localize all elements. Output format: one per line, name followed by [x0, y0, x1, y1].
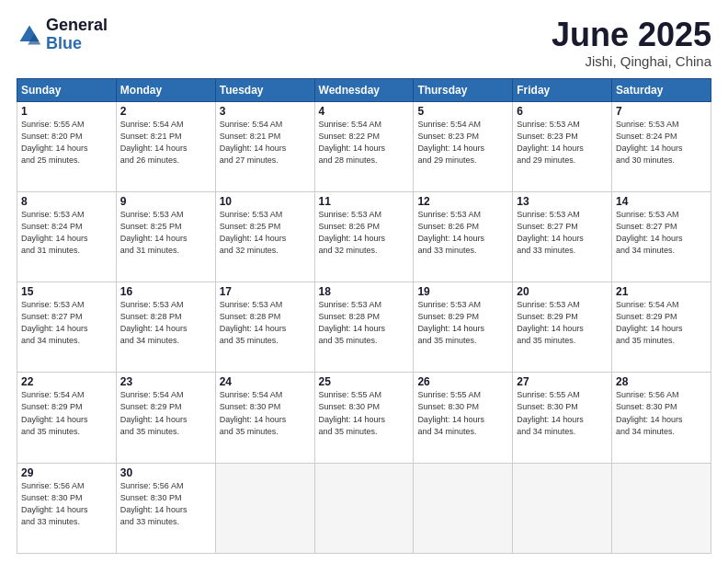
- day-number: 4: [319, 105, 410, 118]
- day-info: Sunrise: 5:53 AM Sunset: 8:25 PM Dayligh…: [120, 209, 211, 257]
- day-number: 15: [21, 285, 112, 298]
- day-number: 18: [319, 285, 410, 298]
- day-info: Sunrise: 5:55 AM Sunset: 8:20 PM Dayligh…: [21, 119, 112, 167]
- table-row: [612, 463, 711, 553]
- table-row: [215, 463, 314, 553]
- day-number: 20: [517, 285, 608, 298]
- day-number: 26: [417, 375, 508, 388]
- day-info: Sunrise: 5:54 AM Sunset: 8:21 PM Dayligh…: [120, 119, 211, 167]
- table-row: 22Sunrise: 5:54 AM Sunset: 8:29 PM Dayli…: [17, 373, 117, 463]
- col-friday: Friday: [513, 78, 612, 101]
- col-saturday: Saturday: [612, 78, 711, 101]
- table-row: 12Sunrise: 5:53 AM Sunset: 8:26 PM Dayli…: [414, 191, 513, 282]
- day-number: 2: [120, 105, 211, 118]
- table-row: [513, 463, 612, 553]
- day-number: 30: [120, 466, 211, 479]
- day-number: 19: [417, 285, 508, 298]
- day-number: 9: [120, 195, 211, 208]
- day-info: Sunrise: 5:54 AM Sunset: 8:29 PM Dayligh…: [21, 389, 112, 437]
- day-info: Sunrise: 5:53 AM Sunset: 8:25 PM Dayligh…: [220, 209, 311, 257]
- col-tuesday: Tuesday: [215, 78, 314, 101]
- day-number: 10: [220, 195, 311, 208]
- day-number: 24: [220, 375, 311, 388]
- day-number: 1: [21, 105, 112, 118]
- table-row: 7Sunrise: 5:53 AM Sunset: 8:24 PM Daylig…: [612, 101, 711, 191]
- day-number: 22: [21, 375, 112, 388]
- day-number: 13: [517, 195, 608, 208]
- day-info: Sunrise: 5:54 AM Sunset: 8:30 PM Dayligh…: [220, 389, 311, 437]
- table-row: 11Sunrise: 5:53 AM Sunset: 8:26 PM Dayli…: [314, 191, 414, 282]
- logo: General Blue: [17, 17, 108, 53]
- logo-text: General Blue: [46, 17, 108, 53]
- day-info: Sunrise: 5:55 AM Sunset: 8:30 PM Dayligh…: [417, 389, 508, 437]
- month-title: June 2025: [552, 17, 711, 53]
- table-row: 19Sunrise: 5:53 AM Sunset: 8:29 PM Dayli…: [414, 282, 513, 373]
- col-thursday: Thursday: [414, 78, 513, 101]
- table-row: [314, 463, 414, 553]
- day-info: Sunrise: 5:53 AM Sunset: 8:27 PM Dayligh…: [616, 209, 707, 257]
- day-info: Sunrise: 5:54 AM Sunset: 8:22 PM Dayligh…: [319, 119, 410, 167]
- day-info: Sunrise: 5:53 AM Sunset: 8:23 PM Dayligh…: [517, 119, 608, 167]
- table-row: 5Sunrise: 5:54 AM Sunset: 8:23 PM Daylig…: [414, 101, 513, 191]
- table-row: 9Sunrise: 5:53 AM Sunset: 8:25 PM Daylig…: [116, 191, 215, 282]
- day-info: Sunrise: 5:54 AM Sunset: 8:29 PM Dayligh…: [616, 299, 707, 347]
- table-row: 21Sunrise: 5:54 AM Sunset: 8:29 PM Dayli…: [612, 282, 711, 373]
- table-row: 8Sunrise: 5:53 AM Sunset: 8:24 PM Daylig…: [17, 191, 117, 282]
- location: Jishi, Qinghai, China: [552, 53, 711, 69]
- title-block: June 2025 Jishi, Qinghai, China: [552, 17, 711, 69]
- table-row: 6Sunrise: 5:53 AM Sunset: 8:23 PM Daylig…: [513, 101, 612, 191]
- calendar-header-row: Sunday Monday Tuesday Wednesday Thursday…: [17, 78, 711, 101]
- table-row: 27Sunrise: 5:55 AM Sunset: 8:30 PM Dayli…: [513, 373, 612, 463]
- page: General Blue June 2025 Jishi, Qinghai, C…: [0, 0, 728, 563]
- day-info: Sunrise: 5:53 AM Sunset: 8:28 PM Dayligh…: [220, 299, 311, 347]
- day-info: Sunrise: 5:53 AM Sunset: 8:27 PM Dayligh…: [21, 299, 112, 347]
- day-number: 7: [616, 105, 707, 118]
- day-info: Sunrise: 5:56 AM Sunset: 8:30 PM Dayligh…: [120, 480, 211, 528]
- table-row: 1Sunrise: 5:55 AM Sunset: 8:20 PM Daylig…: [17, 101, 117, 191]
- table-row: [414, 463, 513, 553]
- header: General Blue June 2025 Jishi, Qinghai, C…: [17, 17, 711, 69]
- table-row: 16Sunrise: 5:53 AM Sunset: 8:28 PM Dayli…: [116, 282, 215, 373]
- day-number: 14: [616, 195, 707, 208]
- col-wednesday: Wednesday: [314, 78, 414, 101]
- day-info: Sunrise: 5:53 AM Sunset: 8:28 PM Dayligh…: [319, 299, 410, 347]
- day-number: 27: [517, 375, 608, 388]
- day-info: Sunrise: 5:54 AM Sunset: 8:29 PM Dayligh…: [120, 389, 211, 437]
- table-row: 4Sunrise: 5:54 AM Sunset: 8:22 PM Daylig…: [314, 101, 414, 191]
- calendar-week-4: 29Sunrise: 5:56 AM Sunset: 8:30 PM Dayli…: [17, 463, 711, 553]
- day-info: Sunrise: 5:53 AM Sunset: 8:26 PM Dayligh…: [417, 209, 508, 257]
- table-row: 20Sunrise: 5:53 AM Sunset: 8:29 PM Dayli…: [513, 282, 612, 373]
- day-number: 17: [220, 285, 311, 298]
- day-number: 25: [319, 375, 410, 388]
- day-info: Sunrise: 5:53 AM Sunset: 8:29 PM Dayligh…: [417, 299, 508, 347]
- day-info: Sunrise: 5:53 AM Sunset: 8:26 PM Dayligh…: [319, 209, 410, 257]
- calendar-week-1: 8Sunrise: 5:53 AM Sunset: 8:24 PM Daylig…: [17, 191, 711, 282]
- table-row: 14Sunrise: 5:53 AM Sunset: 8:27 PM Dayli…: [612, 191, 711, 282]
- table-row: 24Sunrise: 5:54 AM Sunset: 8:30 PM Dayli…: [215, 373, 314, 463]
- logo-general: General: [46, 17, 108, 35]
- day-number: 12: [417, 195, 508, 208]
- day-number: 23: [120, 375, 211, 388]
- table-row: 2Sunrise: 5:54 AM Sunset: 8:21 PM Daylig…: [116, 101, 215, 191]
- day-info: Sunrise: 5:55 AM Sunset: 8:30 PM Dayligh…: [319, 389, 410, 437]
- table-row: 29Sunrise: 5:56 AM Sunset: 8:30 PM Dayli…: [17, 463, 117, 553]
- day-number: 21: [616, 285, 707, 298]
- day-number: 16: [120, 285, 211, 298]
- day-number: 11: [319, 195, 410, 208]
- day-info: Sunrise: 5:54 AM Sunset: 8:21 PM Dayligh…: [220, 119, 311, 167]
- day-info: Sunrise: 5:53 AM Sunset: 8:24 PM Dayligh…: [21, 209, 112, 257]
- day-info: Sunrise: 5:56 AM Sunset: 8:30 PM Dayligh…: [616, 389, 707, 437]
- day-info: Sunrise: 5:53 AM Sunset: 8:29 PM Dayligh…: [517, 299, 608, 347]
- table-row: 28Sunrise: 5:56 AM Sunset: 8:30 PM Dayli…: [612, 373, 711, 463]
- day-info: Sunrise: 5:55 AM Sunset: 8:30 PM Dayligh…: [517, 389, 608, 437]
- table-row: 13Sunrise: 5:53 AM Sunset: 8:27 PM Dayli…: [513, 191, 612, 282]
- table-row: 18Sunrise: 5:53 AM Sunset: 8:28 PM Dayli…: [314, 282, 414, 373]
- calendar-week-0: 1Sunrise: 5:55 AM Sunset: 8:20 PM Daylig…: [17, 101, 711, 191]
- day-info: Sunrise: 5:54 AM Sunset: 8:23 PM Dayligh…: [417, 119, 508, 167]
- day-number: 6: [517, 105, 608, 118]
- day-number: 5: [417, 105, 508, 118]
- table-row: 23Sunrise: 5:54 AM Sunset: 8:29 PM Dayli…: [116, 373, 215, 463]
- day-info: Sunrise: 5:53 AM Sunset: 8:24 PM Dayligh…: [616, 119, 707, 167]
- day-info: Sunrise: 5:56 AM Sunset: 8:30 PM Dayligh…: [21, 480, 112, 528]
- logo-icon: [17, 22, 42, 48]
